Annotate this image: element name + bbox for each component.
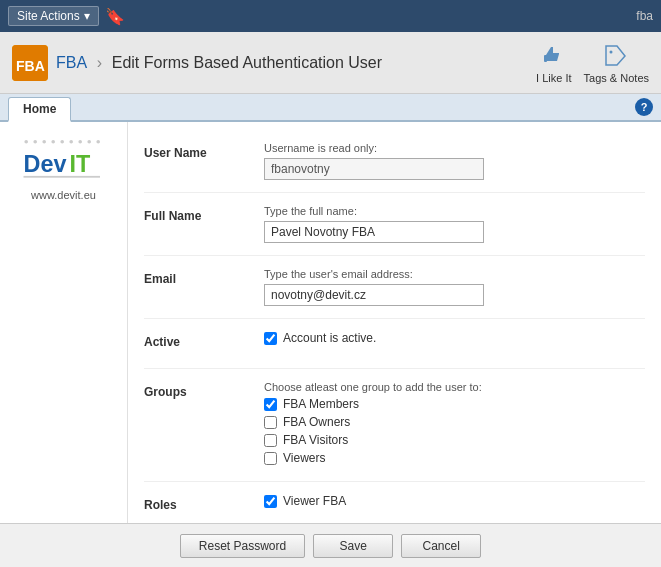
breadcrumb: FBA › Edit Forms Based Authentication Us…	[56, 54, 382, 72]
svg-point-10	[78, 140, 82, 144]
footer-bar: Reset Password Save Cancel	[0, 523, 661, 567]
top-bar-user: fba	[636, 9, 653, 23]
group-fba-visitors-label: FBA Visitors	[283, 433, 348, 447]
logo-url: www.devit.eu	[31, 189, 96, 201]
group-fba-owners-label: FBA Owners	[283, 415, 350, 429]
devit-logo: Dev IT	[19, 134, 109, 189]
fullname-field: Type the full name:	[264, 205, 645, 243]
help-icon[interactable]: ?	[635, 98, 653, 116]
tag-icon	[601, 42, 631, 70]
ribbon-bar: FBA FBA › Edit Forms Based Authenticatio…	[0, 32, 661, 94]
fullname-hint: Type the full name:	[264, 205, 645, 217]
tags-notes-label: Tags & Notes	[584, 72, 649, 84]
thumbsup-icon	[539, 42, 569, 70]
svg-point-11	[87, 140, 91, 144]
role-viewer-fba-checkbox[interactable]	[264, 495, 277, 508]
cancel-button[interactable]: Cancel	[401, 534, 481, 558]
active-label: Active	[144, 331, 264, 356]
svg-point-9	[69, 140, 73, 144]
group-fba-members-checkbox[interactable]	[264, 398, 277, 411]
i-like-it-button[interactable]: I Like It	[536, 42, 571, 84]
svg-text:FBA: FBA	[16, 58, 45, 74]
roles-row: Roles Viewer FBA	[144, 482, 645, 523]
username-input[interactable]	[264, 158, 484, 180]
username-row: User Name Username is read only:	[144, 130, 645, 193]
group-viewers-checkbox[interactable]	[264, 452, 277, 465]
svg-rect-2	[544, 55, 547, 62]
groups-field: Choose atleast one group to add the user…	[264, 381, 645, 469]
i-like-it-label: I Like It	[536, 72, 571, 84]
form-area: User Name Username is read only: Full Na…	[128, 122, 661, 523]
group-fba-visitors-row: FBA Visitors	[264, 433, 645, 447]
active-row: Active Account is active.	[144, 319, 645, 369]
top-bar-left: Site Actions ▾ 🔖	[8, 6, 125, 26]
ribbon-actions: I Like It Tags & Notes	[536, 42, 649, 84]
role-viewer-fba-row: Viewer FBA	[264, 494, 645, 508]
email-label: Email	[144, 268, 264, 306]
group-viewers-row: Viewers	[264, 451, 645, 465]
role-viewer-fba-label: Viewer FBA	[283, 494, 346, 508]
breadcrumb-root: FBA	[56, 54, 87, 71]
content-area: Dev IT www.devit.eu User Name Username i…	[0, 122, 661, 523]
roles-label: Roles	[144, 494, 264, 519]
group-fba-owners-row: FBA Owners	[264, 415, 645, 429]
svg-point-4	[24, 140, 28, 144]
group-fba-members-label: FBA Members	[283, 397, 359, 411]
svg-rect-15	[23, 176, 100, 178]
svg-text:Dev: Dev	[23, 151, 66, 177]
svg-text:IT: IT	[69, 151, 90, 177]
page-title: Edit Forms Based Authentication User	[112, 54, 382, 71]
save-button[interactable]: Save	[313, 534, 393, 558]
bookmark-icon: 🔖	[105, 7, 125, 26]
site-actions-label: Site Actions	[17, 9, 80, 23]
group-viewers-label: Viewers	[283, 451, 325, 465]
logo-area: Dev IT www.devit.eu	[19, 134, 109, 201]
email-input[interactable]	[264, 284, 484, 306]
group-fba-visitors-checkbox[interactable]	[264, 434, 277, 447]
svg-point-6	[42, 140, 46, 144]
active-checkbox-row: Account is active.	[264, 331, 645, 345]
site-actions-button[interactable]: Site Actions ▾	[8, 6, 99, 26]
email-row: Email Type the user's email address:	[144, 256, 645, 319]
groups-hint: Choose atleast one group to add the user…	[264, 381, 645, 393]
fullname-label: Full Name	[144, 205, 264, 243]
svg-point-5	[33, 140, 37, 144]
username-label: User Name	[144, 142, 264, 180]
ribbon-title: FBA FBA › Edit Forms Based Authenticatio…	[12, 45, 382, 81]
tab-home[interactable]: Home	[8, 97, 71, 122]
active-field: Account is active.	[264, 331, 645, 356]
fullname-row: Full Name Type the full name:	[144, 193, 645, 256]
group-fba-members-row: FBA Members	[264, 397, 645, 411]
svg-point-7	[51, 140, 55, 144]
app-icon: FBA	[12, 45, 48, 81]
email-field: Type the user's email address:	[264, 268, 645, 306]
svg-point-8	[60, 140, 64, 144]
sidebar: Dev IT www.devit.eu	[0, 122, 128, 523]
active-checkbox-label: Account is active.	[283, 331, 376, 345]
svg-point-12	[96, 140, 100, 144]
username-field: Username is read only:	[264, 142, 645, 180]
nav-tabs: Home ?	[0, 94, 661, 122]
top-bar: Site Actions ▾ 🔖 fba	[0, 0, 661, 32]
roles-field: Viewer FBA	[264, 494, 645, 519]
chevron-down-icon: ▾	[84, 9, 90, 23]
breadcrumb-arrow: ›	[97, 54, 102, 71]
groups-label: Groups	[144, 381, 264, 469]
username-hint: Username is read only:	[264, 142, 645, 154]
fullname-input[interactable]	[264, 221, 484, 243]
active-checkbox[interactable]	[264, 332, 277, 345]
email-hint: Type the user's email address:	[264, 268, 645, 280]
svg-point-3	[610, 50, 613, 53]
reset-password-button[interactable]: Reset Password	[180, 534, 305, 558]
group-fba-owners-checkbox[interactable]	[264, 416, 277, 429]
groups-row: Groups Choose atleast one group to add t…	[144, 369, 645, 482]
tags-notes-button[interactable]: Tags & Notes	[584, 42, 649, 84]
